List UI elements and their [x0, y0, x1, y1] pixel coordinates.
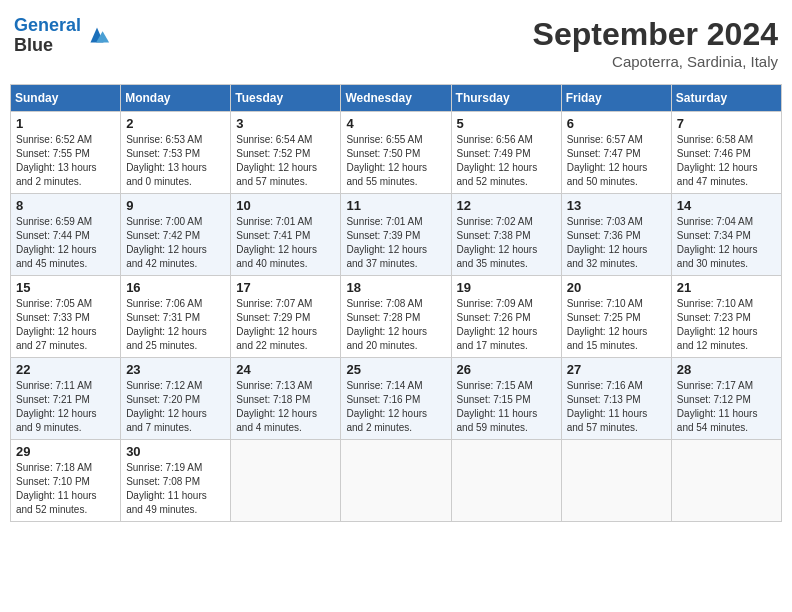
calendar-day-cell: 29 Sunrise: 7:18 AM Sunset: 7:10 PM Dayl…	[11, 440, 121, 522]
calendar-day-cell: 15 Sunrise: 7:05 AM Sunset: 7:33 PM Dayl…	[11, 276, 121, 358]
calendar-day-cell: 27 Sunrise: 7:16 AM Sunset: 7:13 PM Dayl…	[561, 358, 671, 440]
day-info: Sunrise: 7:09 AM Sunset: 7:26 PM Dayligh…	[457, 297, 556, 353]
logo-text: GeneralBlue	[14, 16, 81, 56]
day-info: Sunrise: 7:18 AM Sunset: 7:10 PM Dayligh…	[16, 461, 115, 517]
day-info: Sunrise: 6:58 AM Sunset: 7:46 PM Dayligh…	[677, 133, 776, 189]
calendar-week-row: 29 Sunrise: 7:18 AM Sunset: 7:10 PM Dayl…	[11, 440, 782, 522]
day-number: 17	[236, 280, 335, 295]
calendar-day-cell: 8 Sunrise: 6:59 AM Sunset: 7:44 PM Dayli…	[11, 194, 121, 276]
day-number: 24	[236, 362, 335, 377]
day-number: 30	[126, 444, 225, 459]
calendar-day-cell: 22 Sunrise: 7:11 AM Sunset: 7:21 PM Dayl…	[11, 358, 121, 440]
day-number: 13	[567, 198, 666, 213]
calendar-day-cell	[341, 440, 451, 522]
day-info: Sunrise: 7:07 AM Sunset: 7:29 PM Dayligh…	[236, 297, 335, 353]
day-info: Sunrise: 6:54 AM Sunset: 7:52 PM Dayligh…	[236, 133, 335, 189]
day-number: 22	[16, 362, 115, 377]
day-number: 3	[236, 116, 335, 131]
weekday-header: Friday	[561, 85, 671, 112]
day-info: Sunrise: 6:55 AM Sunset: 7:50 PM Dayligh…	[346, 133, 445, 189]
month-title: September 2024	[533, 16, 778, 53]
day-info: Sunrise: 7:00 AM Sunset: 7:42 PM Dayligh…	[126, 215, 225, 271]
calendar-day-cell: 12 Sunrise: 7:02 AM Sunset: 7:38 PM Dayl…	[451, 194, 561, 276]
calendar-day-cell: 26 Sunrise: 7:15 AM Sunset: 7:15 PM Dayl…	[451, 358, 561, 440]
calendar-week-row: 1 Sunrise: 6:52 AM Sunset: 7:55 PM Dayli…	[11, 112, 782, 194]
day-info: Sunrise: 7:13 AM Sunset: 7:18 PM Dayligh…	[236, 379, 335, 435]
day-info: Sunrise: 7:12 AM Sunset: 7:20 PM Dayligh…	[126, 379, 225, 435]
day-number: 2	[126, 116, 225, 131]
calendar-day-cell: 4 Sunrise: 6:55 AM Sunset: 7:50 PM Dayli…	[341, 112, 451, 194]
calendar-day-cell: 23 Sunrise: 7:12 AM Sunset: 7:20 PM Dayl…	[121, 358, 231, 440]
calendar-day-cell: 28 Sunrise: 7:17 AM Sunset: 7:12 PM Dayl…	[671, 358, 781, 440]
logo-icon	[83, 22, 111, 50]
day-info: Sunrise: 7:03 AM Sunset: 7:36 PM Dayligh…	[567, 215, 666, 271]
calendar-day-cell	[671, 440, 781, 522]
weekday-header: Wednesday	[341, 85, 451, 112]
day-info: Sunrise: 6:56 AM Sunset: 7:49 PM Dayligh…	[457, 133, 556, 189]
day-info: Sunrise: 7:19 AM Sunset: 7:08 PM Dayligh…	[126, 461, 225, 517]
day-number: 5	[457, 116, 556, 131]
day-info: Sunrise: 7:02 AM Sunset: 7:38 PM Dayligh…	[457, 215, 556, 271]
day-number: 15	[16, 280, 115, 295]
day-number: 8	[16, 198, 115, 213]
day-number: 1	[16, 116, 115, 131]
day-number: 23	[126, 362, 225, 377]
weekday-header: Saturday	[671, 85, 781, 112]
day-number: 26	[457, 362, 556, 377]
day-number: 18	[346, 280, 445, 295]
day-info: Sunrise: 7:01 AM Sunset: 7:39 PM Dayligh…	[346, 215, 445, 271]
calendar-day-cell: 11 Sunrise: 7:01 AM Sunset: 7:39 PM Dayl…	[341, 194, 451, 276]
calendar-day-cell: 14 Sunrise: 7:04 AM Sunset: 7:34 PM Dayl…	[671, 194, 781, 276]
calendar-week-row: 8 Sunrise: 6:59 AM Sunset: 7:44 PM Dayli…	[11, 194, 782, 276]
calendar-day-cell: 7 Sunrise: 6:58 AM Sunset: 7:46 PM Dayli…	[671, 112, 781, 194]
day-number: 21	[677, 280, 776, 295]
calendar-day-cell	[561, 440, 671, 522]
logo: GeneralBlue	[14, 16, 111, 56]
day-info: Sunrise: 7:05 AM Sunset: 7:33 PM Dayligh…	[16, 297, 115, 353]
day-info: Sunrise: 7:10 AM Sunset: 7:23 PM Dayligh…	[677, 297, 776, 353]
calendar-day-cell: 2 Sunrise: 6:53 AM Sunset: 7:53 PM Dayli…	[121, 112, 231, 194]
day-info: Sunrise: 7:06 AM Sunset: 7:31 PM Dayligh…	[126, 297, 225, 353]
location-title: Capoterra, Sardinia, Italy	[533, 53, 778, 70]
calendar-day-cell: 18 Sunrise: 7:08 AM Sunset: 7:28 PM Dayl…	[341, 276, 451, 358]
weekday-header: Thursday	[451, 85, 561, 112]
day-number: 29	[16, 444, 115, 459]
day-info: Sunrise: 7:08 AM Sunset: 7:28 PM Dayligh…	[346, 297, 445, 353]
calendar-day-cell	[451, 440, 561, 522]
calendar-day-cell: 13 Sunrise: 7:03 AM Sunset: 7:36 PM Dayl…	[561, 194, 671, 276]
calendar-week-row: 22 Sunrise: 7:11 AM Sunset: 7:21 PM Dayl…	[11, 358, 782, 440]
calendar-day-cell: 24 Sunrise: 7:13 AM Sunset: 7:18 PM Dayl…	[231, 358, 341, 440]
day-number: 25	[346, 362, 445, 377]
calendar-day-cell: 19 Sunrise: 7:09 AM Sunset: 7:26 PM Dayl…	[451, 276, 561, 358]
day-number: 7	[677, 116, 776, 131]
day-info: Sunrise: 7:17 AM Sunset: 7:12 PM Dayligh…	[677, 379, 776, 435]
day-number: 19	[457, 280, 556, 295]
day-info: Sunrise: 7:14 AM Sunset: 7:16 PM Dayligh…	[346, 379, 445, 435]
calendar-day-cell: 6 Sunrise: 6:57 AM Sunset: 7:47 PM Dayli…	[561, 112, 671, 194]
day-number: 28	[677, 362, 776, 377]
calendar-table: SundayMondayTuesdayWednesdayThursdayFrid…	[10, 84, 782, 522]
weekday-header: Monday	[121, 85, 231, 112]
calendar-day-cell: 25 Sunrise: 7:14 AM Sunset: 7:16 PM Dayl…	[341, 358, 451, 440]
day-info: Sunrise: 7:11 AM Sunset: 7:21 PM Dayligh…	[16, 379, 115, 435]
day-number: 4	[346, 116, 445, 131]
day-number: 20	[567, 280, 666, 295]
title-block: September 2024 Capoterra, Sardinia, Ital…	[533, 16, 778, 70]
day-info: Sunrise: 6:53 AM Sunset: 7:53 PM Dayligh…	[126, 133, 225, 189]
calendar-day-cell: 20 Sunrise: 7:10 AM Sunset: 7:25 PM Dayl…	[561, 276, 671, 358]
day-number: 6	[567, 116, 666, 131]
day-number: 9	[126, 198, 225, 213]
weekday-header: Tuesday	[231, 85, 341, 112]
calendar-day-cell: 5 Sunrise: 6:56 AM Sunset: 7:49 PM Dayli…	[451, 112, 561, 194]
calendar-day-cell: 3 Sunrise: 6:54 AM Sunset: 7:52 PM Dayli…	[231, 112, 341, 194]
day-info: Sunrise: 7:01 AM Sunset: 7:41 PM Dayligh…	[236, 215, 335, 271]
calendar-day-cell: 17 Sunrise: 7:07 AM Sunset: 7:29 PM Dayl…	[231, 276, 341, 358]
day-info: Sunrise: 7:04 AM Sunset: 7:34 PM Dayligh…	[677, 215, 776, 271]
day-number: 12	[457, 198, 556, 213]
calendar-day-cell: 9 Sunrise: 7:00 AM Sunset: 7:42 PM Dayli…	[121, 194, 231, 276]
day-number: 16	[126, 280, 225, 295]
day-info: Sunrise: 6:52 AM Sunset: 7:55 PM Dayligh…	[16, 133, 115, 189]
calendar-day-cell: 10 Sunrise: 7:01 AM Sunset: 7:41 PM Dayl…	[231, 194, 341, 276]
day-number: 27	[567, 362, 666, 377]
day-info: Sunrise: 7:16 AM Sunset: 7:13 PM Dayligh…	[567, 379, 666, 435]
